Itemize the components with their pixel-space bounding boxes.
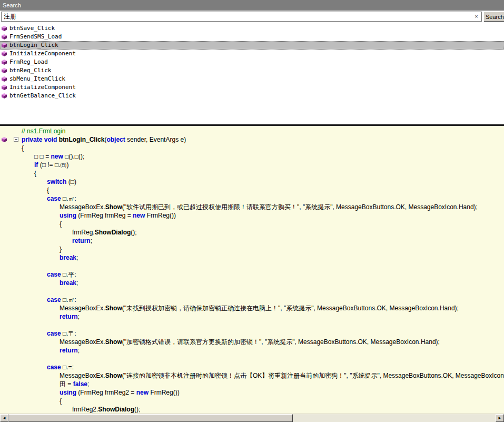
code-line: − private void btnLogin_Click(object sen…: [0, 135, 504, 144]
result-item[interactable]: InitializeComponent: [0, 83, 504, 92]
code-pane[interactable]: // ns1.FrmLogin− private void btnLogin_C…: [0, 126, 504, 422]
result-label: FrmSendSMS_Load: [9, 33, 62, 41]
code-line: return;: [0, 237, 504, 245]
method-cube-icon: [2, 51, 7, 56]
code-line: case □.㎡:: [0, 194, 504, 203]
panel-title: Search: [3, 2, 21, 8]
code-line: case □.平:: [0, 270, 504, 279]
result-label: InitializeComponent: [9, 83, 76, 92]
result-label: FrmReg_Load: [9, 58, 48, 66]
result-label: btnSave_Click: [9, 24, 55, 33]
result-item[interactable]: InitializeComponent: [0, 50, 504, 58]
code-line: [0, 287, 504, 296]
result-item[interactable]: btnGetBalance_Click: [0, 92, 504, 100]
code-line: MessageBoxEx.Show("连接的加密锁非本机注册时的加密锁！点击【O…: [0, 371, 504, 380]
code-line: break;: [0, 279, 504, 287]
method-cube-icon: [2, 93, 7, 99]
result-label: btnReg_Click: [9, 66, 51, 75]
result-label: btnGetBalance_Click: [9, 92, 76, 100]
code-line: case □.〒:: [0, 329, 504, 338]
method-cube-icon: [2, 26, 7, 31]
code-line: case □.=:: [0, 363, 504, 371]
scroll-left-button[interactable]: ◄: [0, 414, 8, 422]
panel-titlebar: Search: [0, 0, 504, 11]
scrollbar-thumb[interactable]: [8, 414, 293, 422]
code-line: MessageBoxEx.Show("软件试用期已到，或已超过授权使用期限！请联…: [0, 203, 504, 211]
search-results-list: btnSave_Click FrmSendSMS_Load btnLogin_C…: [0, 23, 504, 124]
search-button[interactable]: Search: [483, 12, 504, 22]
result-item[interactable]: btnSave_Click: [0, 24, 504, 33]
code-line: 田 = false;: [0, 380, 504, 388]
method-cube-icon: [2, 85, 7, 90]
code-line: // ns1.FrmLogin: [0, 127, 504, 135]
code-line: break;: [0, 253, 504, 262]
method-cube-icon: [2, 137, 7, 142]
result-item[interactable]: FrmReg_Load: [0, 58, 504, 66]
code-line: frmReg2.ShowDialog();: [0, 405, 504, 414]
fold-toggle[interactable]: −: [14, 137, 18, 142]
code-line: return;: [0, 312, 504, 321]
scroll-right-button[interactable]: ►: [496, 414, 504, 422]
code-line: {: [0, 169, 504, 178]
method-cube-icon: [2, 60, 7, 65]
decompiled-code: // ns1.FrmLogin− private void btnLogin_C…: [0, 127, 504, 414]
result-label: btnLogin_Click: [9, 41, 58, 50]
code-line: }: [0, 245, 504, 253]
code-line: using (FrmReg frmReg = new FrmReg()): [0, 211, 504, 220]
result-item[interactable]: btnReg_Click: [0, 66, 504, 75]
code-line: [0, 262, 504, 270]
clear-search-icon[interactable]: ×: [473, 13, 480, 21]
method-cube-icon: [2, 68, 7, 73]
code-line: MessageBoxEx.Show("未找到授权加密锁，请确保加密锁正确连接在电…: [0, 304, 504, 312]
code-line: {: [0, 397, 504, 405]
code-line: return;: [0, 346, 504, 355]
code-line: case □.㎡:: [0, 296, 504, 304]
code-line: frmReg.ShowDialog();: [0, 228, 504, 237]
code-line: [0, 321, 504, 329]
result-label: InitializeComponent: [9, 50, 76, 58]
code-line: {: [0, 220, 504, 228]
method-cube-icon: [2, 34, 7, 40]
horizontal-scrollbar[interactable]: ◄ ►: [0, 414, 504, 422]
code-line: switch (□): [0, 178, 504, 186]
code-line: □ □ = new □().□();: [0, 152, 504, 161]
code-line: {: [0, 186, 504, 194]
search-input-wrap: ×: [1, 12, 482, 22]
result-item[interactable]: FrmSendSMS_Load: [0, 33, 504, 41]
code-line: using (FrmReg frmReg2 = new FrmReg()): [0, 388, 504, 397]
method-cube-icon: [2, 76, 7, 82]
code-line: if (□ != □.㈰): [0, 161, 504, 169]
result-item[interactable]: btnLogin_Click: [0, 41, 504, 50]
code-line: MessageBoxEx.Show("加密锁格式错误，请联系官方更换新的加密锁！…: [0, 338, 504, 346]
search-bar: × Search: [0, 11, 504, 23]
result-item[interactable]: sbMenu_ItemClick: [0, 75, 504, 83]
method-cube-icon: [2, 43, 7, 48]
search-input[interactable]: [2, 12, 481, 21]
result-label: sbMenu_ItemClick: [9, 75, 65, 83]
code-line: {: [0, 144, 504, 152]
code-line: [0, 355, 504, 363]
